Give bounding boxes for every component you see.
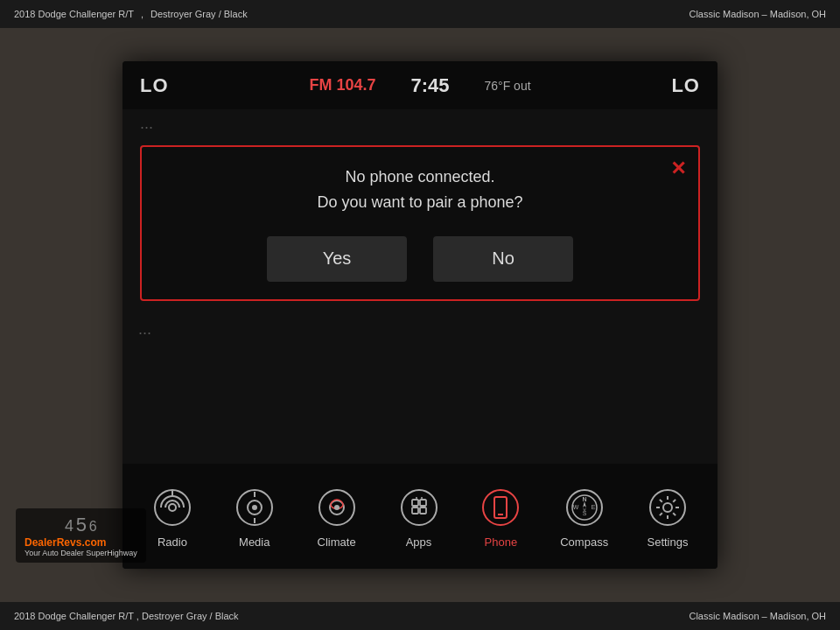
- header-temp: 76°F out: [485, 79, 531, 93]
- nav-item-phone[interactable]: Phone: [467, 478, 534, 556]
- top-bar-separator: ,: [141, 9, 144, 19]
- svg-text:N: N: [582, 496, 586, 502]
- header-lo-right: LO: [671, 74, 700, 97]
- nav-item-climate[interactable]: Climate: [304, 478, 370, 556]
- climate-label: Climate: [318, 536, 356, 549]
- watermark-tagline: Your Auto Dealer SuperHighway: [24, 549, 137, 557]
- header-time: 7:45: [410, 74, 449, 97]
- compass-label: Compass: [560, 536, 608, 549]
- nav-item-compass[interactable]: N S E W Compass: [550, 478, 619, 556]
- header-center: FM 104.7 7:45 76°F out: [309, 74, 530, 97]
- no-button[interactable]: No: [433, 236, 573, 282]
- top-bar-dealer: Classic Madison – Madison, OH: [689, 9, 826, 19]
- dialog-buttons: Yes No: [168, 236, 672, 282]
- svg-text:E: E: [591, 503, 595, 509]
- main-content: LO FM 104.7 7:45 76°F out LO ··· ✕ No ph…: [0, 28, 840, 602]
- phone-icon: [478, 485, 523, 530]
- svg-point-1: [169, 504, 176, 511]
- svg-point-8: [334, 505, 340, 510]
- media-label: Media: [239, 536, 270, 549]
- watermark: 4 5 6 DealerRevs.com Your Auto Dealer Su…: [16, 508, 146, 563]
- watermark-site: DealerRevs.com: [24, 536, 137, 549]
- bottom-bar-color: Destroyer Gray / Black: [142, 611, 239, 621]
- media-icon: [232, 485, 277, 530]
- apps-label: Apps: [406, 536, 432, 549]
- svg-point-5: [252, 505, 257, 510]
- svg-rect-13: [420, 508, 426, 514]
- side-dots: ···: [138, 324, 151, 342]
- radio-label: Radio: [158, 536, 187, 549]
- radio-icon: [150, 485, 195, 530]
- dots-top: ···: [140, 118, 153, 136]
- watermark-numbers: 4 5 6: [24, 514, 137, 536]
- nav-item-media[interactable]: Media: [221, 478, 288, 556]
- apps-icon: [396, 485, 442, 530]
- phone-label: Phone: [485, 536, 518, 549]
- screen-body: ··· ✕ No phone connected. Do you want to…: [122, 109, 718, 310]
- bottom-bar-left: 2018 Dodge Challenger R/T , Destroyer Gr…: [14, 611, 239, 621]
- climate-icon: [314, 485, 360, 530]
- dialog-close-button[interactable]: ✕: [670, 158, 686, 180]
- bottom-bar-dealer: Classic Madison – Madison, OH: [689, 611, 826, 621]
- top-bar-color: Destroyer Gray / Black: [150, 9, 248, 19]
- settings-icon: [645, 485, 690, 530]
- svg-text:W: W: [572, 503, 578, 509]
- screen-header: LO FM 104.7 7:45 76°F out LO: [122, 61, 718, 109]
- yes-button[interactable]: Yes: [267, 236, 407, 282]
- bottom-bar: 2018 Dodge Challenger R/T , Destroyer Gr…: [0, 602, 840, 630]
- nav-item-settings[interactable]: Settings: [634, 478, 701, 556]
- header-lo-left: LO: [140, 74, 169, 97]
- svg-rect-12: [412, 508, 418, 514]
- top-bar-car-name: 2018 Dodge Challenger R/T: [14, 9, 134, 19]
- dialog: ✕ No phone connected. Do you want to pai…: [140, 145, 700, 301]
- svg-point-26: [663, 503, 672, 512]
- nav-item-radio[interactable]: Radio: [139, 478, 206, 556]
- top-bar: 2018 Dodge Challenger R/T , Destroyer Gr…: [0, 0, 840, 28]
- svg-marker-23: [583, 501, 586, 508]
- dialog-line2: Do you want to pair a phone?: [168, 190, 672, 215]
- top-bar-left: 2018 Dodge Challenger R/T , Destroyer Gr…: [14, 9, 248, 19]
- bottom-bar-separator: ,: [136, 611, 139, 621]
- bottom-bar-car-name: 2018 Dodge Challenger R/T: [14, 611, 134, 621]
- dialog-line1: No phone connected.: [168, 164, 672, 190]
- svg-point-14: [483, 490, 518, 525]
- compass-icon: N S E W: [562, 485, 607, 530]
- header-fm: FM 104.7: [309, 76, 375, 94]
- settings-label: Settings: [648, 536, 689, 549]
- svg-point-25: [650, 490, 685, 525]
- svg-point-9: [402, 490, 437, 525]
- screen-nav: Radio Media: [122, 464, 718, 569]
- dialog-message: No phone connected. Do you want to pair …: [168, 164, 672, 215]
- infotainment-screen: LO FM 104.7 7:45 76°F out LO ··· ✕ No ph…: [122, 61, 718, 569]
- nav-item-apps[interactable]: Apps: [386, 478, 452, 556]
